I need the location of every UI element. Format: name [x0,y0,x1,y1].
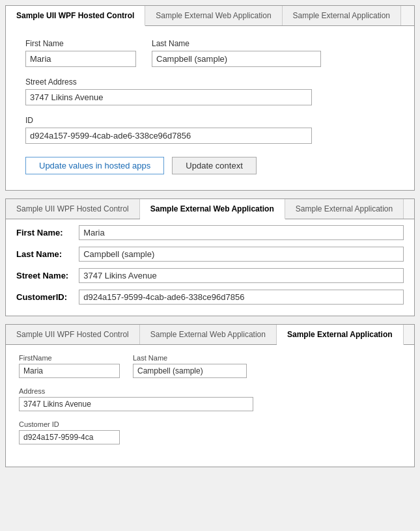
panel-3-name-row: FirstName Last Name [19,354,401,378]
row-value-street [74,265,409,286]
tab-1-ext[interactable]: Sample External Application [283,6,401,25]
p3-address-input[interactable] [19,397,253,411]
tab-2-web[interactable]: Sample External Web Application [140,199,285,219]
row-value-customerid [74,286,409,308]
p3-customerid-group: Customer ID [19,420,120,444]
row-value-firstname [74,222,409,243]
row-label-firstname: First Name: [11,222,74,243]
panel-1-name-row: First Name Last Name [25,39,395,67]
row-label-lastname: Last Name: [11,243,74,265]
update-hosted-button[interactable]: Update values in hosted apps [25,157,164,174]
panel-1-tab-bar: Sample UII WPF Hosted Control Sample Ext… [6,6,414,26]
id-input[interactable] [25,128,312,144]
table-row: First Name: [11,222,409,243]
last-name-group: Last Name [152,39,321,67]
p3-lastname-label: Last Name [133,354,247,362]
panel-1-content: First Name Last Name Street Address ID U… [6,26,414,190]
p3-address-group: Address [19,387,253,411]
p3-customerid-label: Customer ID [19,420,120,428]
panel-3: Sample UII WPF Hosted Control Sample Ext… [5,324,415,467]
street-address-group: Street Address [25,77,312,105]
panel-2-tab-bar: Sample UII WPF Hosted Control Sample Ext… [6,199,414,219]
tab-1-web[interactable]: Sample External Web Application [145,6,282,25]
p2-firstname-input[interactable] [79,225,404,240]
p3-lastname-input[interactable] [133,364,247,378]
panel-1: Sample UII WPF Hosted Control Sample Ext… [5,5,415,191]
first-name-group: First Name [25,39,136,67]
id-group: ID [25,116,312,144]
row-label-customerid: CustomerID: [11,286,74,308]
update-context-button[interactable]: Update context [172,157,256,174]
last-name-label: Last Name [152,39,321,48]
first-name-input[interactable] [25,51,136,67]
street-address-input[interactable] [25,89,312,105]
p3-address-label: Address [19,387,253,395]
panel-2-content: First Name: Last Name: Street Name: [6,219,414,316]
row-value-lastname [74,243,409,265]
panel-2-table: First Name: Last Name: Street Name: [11,222,409,308]
tab-3-ext[interactable]: Sample External Application [277,325,404,345]
panel-2: Sample UII WPF Hosted Control Sample Ext… [5,198,415,316]
p2-customerid-input[interactable] [79,290,404,305]
row-label-street: Street Name: [11,265,74,286]
table-row: CustomerID: [11,286,409,308]
panel-3-tab-bar: Sample UII WPF Hosted Control Sample Ext… [6,325,414,345]
p3-firstname-label: FirstName [19,354,120,362]
p2-street-input[interactable] [79,268,404,283]
panel-3-address-row: Address [19,387,401,411]
p3-firstname-group: FirstName [19,354,120,378]
first-name-label: First Name [25,39,136,48]
panel-1-button-row: Update values in hosted apps Update cont… [25,157,395,174]
p3-firstname-input[interactable] [19,364,120,378]
table-row: Street Name: [11,265,409,286]
tab-3-wpf[interactable]: Sample UII WPF Hosted Control [6,325,140,344]
table-row: Last Name: [11,243,409,265]
p3-customerid-input[interactable] [19,430,120,444]
tab-1-wpf[interactable]: Sample UII WPF Hosted Control [6,6,145,26]
id-label: ID [25,116,312,125]
tab-3-web[interactable]: Sample External Web Application [140,325,277,344]
p3-lastname-group: Last Name [133,354,247,378]
panel-1-street-row: Street Address [25,77,395,105]
p2-lastname-input[interactable] [79,247,404,262]
panel-3-id-row: Customer ID [19,420,401,444]
panel-3-content: FirstName Last Name Address Customer ID [6,345,414,467]
tab-2-ext[interactable]: Sample External Application [285,199,404,219]
panel-1-id-row: ID [25,116,395,144]
last-name-input[interactable] [152,51,321,67]
street-address-label: Street Address [25,77,312,87]
tab-2-wpf[interactable]: Sample UII WPF Hosted Control [6,199,140,219]
